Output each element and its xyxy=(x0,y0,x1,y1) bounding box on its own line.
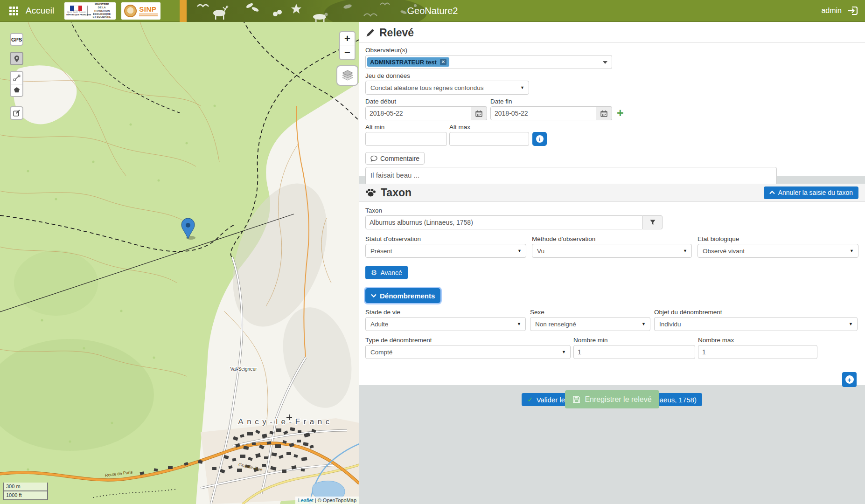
map-attribution: Leaflet | © OpenTopoMap xyxy=(295,497,359,504)
type-denombrement-label: Type de dénombrement xyxy=(365,337,571,344)
chevron-up-icon xyxy=(769,191,775,194)
leaflet-map[interactable]: Ancy-le-Franc Grande-Rue Route de Paris … xyxy=(0,22,359,504)
map-scale: 300 m 1000 ft xyxy=(3,483,48,500)
comment-button-label: Commentaire xyxy=(380,155,419,162)
zoom-control: + − xyxy=(339,31,356,60)
layers-control[interactable] xyxy=(336,65,358,86)
etat-value: Observé vivant xyxy=(703,248,745,255)
filter-icon xyxy=(649,219,656,226)
statut-select[interactable]: Présent ▼ xyxy=(365,244,526,258)
animal-silhouettes xyxy=(180,0,434,22)
select-arrow-icon: ▼ xyxy=(520,85,524,90)
select-arrow-icon: ▼ xyxy=(850,249,854,253)
taxon-label: Taxon xyxy=(365,207,858,214)
counting-toggle-button[interactable]: Dénombrements xyxy=(365,288,440,303)
etat-select[interactable]: Observé vivant ▼ xyxy=(698,244,858,258)
ministry-line: ÉCOLOGIQUE xyxy=(90,13,114,16)
type-denombrement-select[interactable]: Compté ▼ xyxy=(365,345,571,359)
advanced-button[interactable]: ⚙ Avancé xyxy=(365,266,408,279)
form-panel: Relevé Observateur(s) ADMINISTRATEUR tes… xyxy=(359,22,865,504)
polyline-icon xyxy=(13,74,21,82)
username-label: admin xyxy=(821,7,842,15)
taxon-section: Taxon Annuler la saisie du taxon Taxon xyxy=(359,184,865,385)
hamlet-label: Val-Seigneur xyxy=(230,366,257,372)
logout-icon[interactable] xyxy=(847,6,858,16)
chevron-down-icon xyxy=(603,61,607,64)
releve-section: Relevé Observateur(s) ADMINISTRATEUR tes… xyxy=(359,22,865,176)
date-end-label: Date fin xyxy=(490,98,612,105)
calendar-icon xyxy=(475,110,482,117)
draw-polygon-button[interactable] xyxy=(11,84,22,96)
geonature-app: Accueil Liberté • Égalité • Fraternité R… xyxy=(0,0,865,504)
stade-value: Adulte xyxy=(370,321,388,328)
draw-polyline-button[interactable] xyxy=(11,72,22,84)
cancel-taxon-label: Annuler la saisie du taxon xyxy=(778,189,853,196)
taxon-search-input[interactable] xyxy=(365,215,643,229)
home-link[interactable]: Accueil xyxy=(26,6,54,16)
stade-label: Stade de vie xyxy=(365,309,526,316)
zoom-out-button[interactable]: − xyxy=(340,46,355,59)
statut-label: Statut d'observation xyxy=(365,235,526,242)
save-releve-label: Enregistrer le relevé xyxy=(585,395,651,404)
methode-value: Vu xyxy=(537,248,544,255)
footer-area: Enregistrer le relevé xyxy=(359,385,865,504)
sinp-label: SINP xyxy=(139,6,156,13)
nombre-max-input[interactable] xyxy=(698,345,817,359)
select-arrow-icon: ▼ xyxy=(849,322,853,326)
stade-select[interactable]: Adulte ▼ xyxy=(365,317,526,331)
date-start-input[interactable] xyxy=(365,106,471,120)
marker-icon xyxy=(13,54,21,63)
zoom-in-button[interactable]: + xyxy=(340,32,355,46)
apps-menu-icon[interactable] xyxy=(9,7,18,15)
chevron-down-icon xyxy=(371,294,377,297)
date-start-calendar-button[interactable] xyxy=(471,106,487,120)
date-end-calendar-button[interactable] xyxy=(596,106,612,120)
flag-country: RÉPUBLIQUE FRANÇAISE xyxy=(66,14,86,16)
ministry-line: MINISTÈRE xyxy=(90,3,114,6)
sexe-label: Sexe xyxy=(530,309,650,316)
calendar-icon xyxy=(600,110,607,117)
chip-remove-icon[interactable]: ✕ xyxy=(440,59,446,65)
save-releve-button[interactable]: Enregistrer le relevé xyxy=(565,390,659,408)
alt-max-input[interactable] xyxy=(449,132,529,146)
plus-icon: + xyxy=(845,375,854,384)
observer-chip-label: ADMINISTRATEUR test xyxy=(370,59,437,65)
nombre-max-label: Nombre max xyxy=(698,337,817,344)
altitude-info-button[interactable]: i xyxy=(532,132,547,146)
flag-motto: Liberté • Égalité • Fraternité xyxy=(67,12,85,14)
alt-min-label: Alt min xyxy=(365,124,447,131)
observers-multiselect[interactable]: ADMINISTRATEUR test ✕ xyxy=(365,55,612,69)
edit-geometry-button[interactable] xyxy=(10,106,23,120)
date-start-label: Date début xyxy=(365,98,487,105)
attribution-separator: | xyxy=(315,497,316,503)
sinp-emblem-icon xyxy=(124,5,137,17)
comment-toggle-button[interactable]: Commentaire xyxy=(365,152,425,165)
leaflet-link[interactable]: Leaflet xyxy=(298,497,314,503)
objet-select[interactable]: Individu ▼ xyxy=(654,317,858,331)
dataset-select[interactable]: Conctat aléatoire tous règnes confondus … xyxy=(365,81,529,95)
ministry-line: ET SOLIDAIRE xyxy=(90,15,114,19)
section-divider xyxy=(359,176,865,184)
provider-link[interactable]: © OpenTopoMap xyxy=(318,497,356,503)
sexe-value: Non renseigné xyxy=(535,321,576,328)
cancel-taxon-button[interactable]: Annuler la saisie du taxon xyxy=(764,186,858,199)
taxon-title: Taxon xyxy=(381,186,412,199)
gps-button[interactable]: GPS xyxy=(10,33,23,46)
select-arrow-icon: ▼ xyxy=(517,249,522,253)
polygon-icon xyxy=(13,86,21,94)
alt-min-input[interactable] xyxy=(365,132,447,146)
paw-icon xyxy=(365,188,376,197)
date-end-input[interactable] xyxy=(490,106,596,120)
place-marker-button[interactable] xyxy=(10,52,23,65)
taxon-filter-button[interactable] xyxy=(643,215,663,229)
objet-label: Objet du dénombrement xyxy=(654,309,858,316)
edit-icon xyxy=(13,109,21,117)
select-arrow-icon: ▼ xyxy=(562,350,566,354)
add-counting-button[interactable]: + xyxy=(842,372,857,387)
map-canvas[interactable]: Ancy-le-Franc Grande-Rue Route de Paris … xyxy=(0,22,359,504)
ministry-logo: Liberté • Égalité • Fraternité RÉPUBLIQU… xyxy=(64,2,116,20)
nombre-min-input[interactable] xyxy=(573,345,695,359)
add-date-icon[interactable]: + xyxy=(617,107,624,119)
sexe-select[interactable]: Non renseigné ▼ xyxy=(530,317,650,331)
methode-select[interactable]: Vu ▼ xyxy=(532,244,692,258)
